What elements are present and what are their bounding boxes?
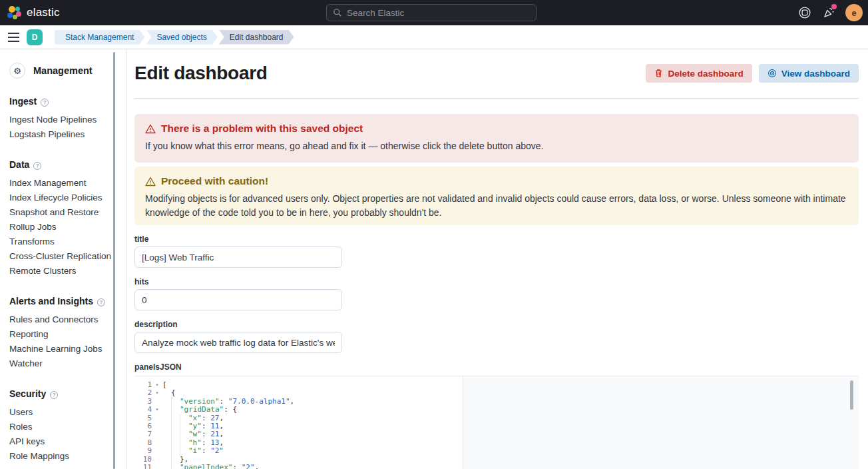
sidebar-item-index-lifecycle-policies[interactable]: Index Lifecycle Policies — [9, 191, 116, 205]
sidebar-item-cross-cluster-replication[interactable]: Cross-Cluster Replication — [9, 249, 116, 264]
sidebar-section-alerts-and-insights: Alerts and Insights?Rules and Connectors… — [9, 296, 116, 371]
sidebar-sections: Ingest?Ingest Node PipelinesLogstash Pip… — [9, 96, 116, 464]
sidebar-item-api-keys[interactable]: API keys — [9, 434, 116, 449]
sidebar-section-data: Data?Index ManagementIndex Lifecycle Pol… — [9, 159, 116, 278]
help-icon[interactable]: ? — [41, 99, 49, 107]
deployment-icon[interactable] — [797, 5, 812, 20]
line-number: 9 — [134, 447, 152, 455]
breadcrumb-edit-dashboard: Edit dashboard — [219, 30, 294, 45]
code-line: 3▾"version": "7.0.0-alpha1", — [134, 398, 859, 406]
sidebar-item-remote-clusters[interactable]: Remote Clusters — [9, 264, 116, 278]
description-field-label: description — [134, 320, 859, 329]
fold-arrow-icon[interactable]: ▾ — [152, 381, 162, 389]
line-number: 7 — [134, 430, 152, 438]
delete-dashboard-label: Delete dashboard — [668, 69, 743, 79]
search-input[interactable] — [347, 8, 530, 18]
panelsjson-field-label: panelsJSON — [134, 362, 859, 372]
help-icon[interactable]: ? — [97, 298, 105, 306]
breadcrumb-bar: D Stack Management Saved objects Edit da… — [0, 25, 868, 49]
help-icon[interactable]: ? — [33, 162, 41, 170]
sidebar-item-users[interactable]: Users — [9, 405, 116, 420]
code-line: 1▾[ — [134, 381, 859, 389]
sidebar-item-watcher[interactable]: Watcher — [9, 356, 116, 371]
code-line: 8▾"h": 13, — [134, 439, 859, 447]
sidebar-item-roles[interactable]: Roles — [9, 420, 116, 434]
line-number: 2 — [134, 389, 152, 397]
search-icon — [333, 8, 342, 17]
menu-icon[interactable] — [0, 33, 27, 42]
warning-icon — [145, 124, 156, 134]
inspect-eye-icon — [767, 69, 777, 78]
editor-scrollbar[interactable] — [850, 380, 853, 410]
elastic-logo-icon — [7, 5, 21, 20]
code-line: 7▾"w": 21, — [134, 430, 859, 438]
elastic-logo[interactable]: elastic — [0, 5, 133, 20]
sidebar-scrollbar[interactable] — [113, 52, 115, 469]
sidebar-header: ⚙ Management — [9, 63, 116, 79]
breadcrumb: Stack Management Saved objects Edit dash… — [53, 30, 294, 45]
header-divider — [134, 98, 859, 99]
main-content: Edit dashboard Delete dashboard View das… — [126, 49, 868, 469]
description-field[interactable] — [134, 332, 342, 353]
page-title: Edit dashboard — [134, 63, 268, 84]
sidebar-item-index-management[interactable]: Index Management — [9, 176, 116, 191]
notification-dot — [831, 4, 837, 9]
error-callout-title: There is a problem with this saved objec… — [161, 122, 363, 135]
logo-text: elastic — [27, 6, 60, 19]
global-search[interactable] — [326, 4, 537, 21]
sidebar-item-rules-and-connectors[interactable]: Rules and Connectors — [9, 312, 116, 327]
code-text: "i": "2" — [162, 447, 224, 455]
gear-icon: ⚙ — [9, 63, 25, 79]
code-editor[interactable]: 1▾[2▾{3▾"version": "7.0.0-alpha1",4▾"gri… — [134, 376, 859, 469]
editor-lines: 1▾[2▾{3▾"version": "7.0.0-alpha1",4▾"gri… — [134, 376, 859, 469]
section-title-data: Data? — [9, 159, 116, 170]
sidebar-item-logstash-pipelines[interactable]: Logstash Pipelines — [9, 127, 116, 142]
error-callout-body: If you know what this error means, go ah… — [145, 139, 848, 153]
sidebar-item-snapshot-and-restore[interactable]: Snapshot and Restore — [9, 205, 116, 220]
section-title-alerts-and-insights: Alerts and Insights? — [9, 296, 116, 306]
breadcrumb-stack-management[interactable]: Stack Management — [55, 30, 144, 45]
newsfeed-cheer-icon[interactable] — [821, 5, 836, 20]
code-text: "panelIndex": "2", — [162, 464, 259, 469]
error-callout: There is a problem with this saved objec… — [134, 114, 859, 163]
hits-field[interactable] — [134, 289, 342, 310]
section-title-ingest: Ingest? — [9, 96, 116, 107]
code-line: 9▾"i": "2" — [134, 447, 859, 455]
code-text: { — [162, 389, 176, 397]
code-line: 4▾"gridData": { — [134, 406, 859, 414]
sidebar-item-machine-learning-jobs[interactable]: Machine Learning Jobs — [9, 342, 116, 356]
sidebar-item-rollup-jobs[interactable]: Rollup Jobs — [9, 220, 116, 234]
delete-dashboard-button[interactable]: Delete dashboard — [646, 64, 752, 83]
sidebar-section-ingest: Ingest?Ingest Node PipelinesLogstash Pip… — [9, 96, 116, 142]
warning-icon — [145, 177, 156, 187]
title-field[interactable] — [134, 246, 342, 268]
caution-callout-body: Modifying objects is for advanced users … — [145, 192, 848, 220]
sidebar-section-security: Security?UsersRolesAPI keysRole Mappings — [9, 388, 116, 464]
sidebar-item-reporting[interactable]: Reporting — [9, 327, 116, 342]
management-sidebar: ⚙ Management Ingest?Ingest Node Pipeline… — [0, 49, 126, 469]
code-line: 11▾"panelIndex": "2", — [134, 464, 859, 469]
sidebar-item-role-mappings[interactable]: Role Mappings — [9, 449, 116, 464]
code-line: 6▾"y": 11, — [134, 422, 859, 430]
caution-callout-title: Proceed with caution! — [161, 175, 268, 188]
top-bar: elastic e — [0, 0, 868, 25]
hits-field-label: hits — [134, 277, 859, 286]
breadcrumb-saved-objects[interactable]: Saved objects — [146, 30, 217, 45]
section-title-security: Security? — [9, 388, 116, 399]
help-icon[interactable]: ? — [50, 391, 58, 399]
view-dashboard-label: View dashboard — [781, 69, 850, 79]
line-number: 4 — [134, 406, 152, 414]
sidebar-item-transforms[interactable]: Transforms — [9, 234, 116, 249]
sidebar-item-ingest-node-pipelines[interactable]: Ingest Node Pipelines — [9, 113, 116, 127]
code-line: 5▾"x": 27, — [134, 414, 859, 422]
caution-callout: Proceed with caution! Modifying objects … — [134, 167, 859, 225]
title-field-label: title — [134, 234, 859, 244]
fold-arrow-icon[interactable]: ▾ — [152, 389, 162, 397]
user-avatar[interactable]: e — [845, 4, 863, 21]
space-avatar[interactable]: D — [27, 29, 43, 45]
trash-icon — [654, 69, 663, 78]
view-dashboard-button[interactable]: View dashboard — [759, 64, 859, 83]
fold-arrow-icon[interactable]: ▾ — [152, 406, 162, 414]
line-number: 11 — [134, 464, 152, 469]
sidebar-title: Management — [33, 65, 93, 76]
